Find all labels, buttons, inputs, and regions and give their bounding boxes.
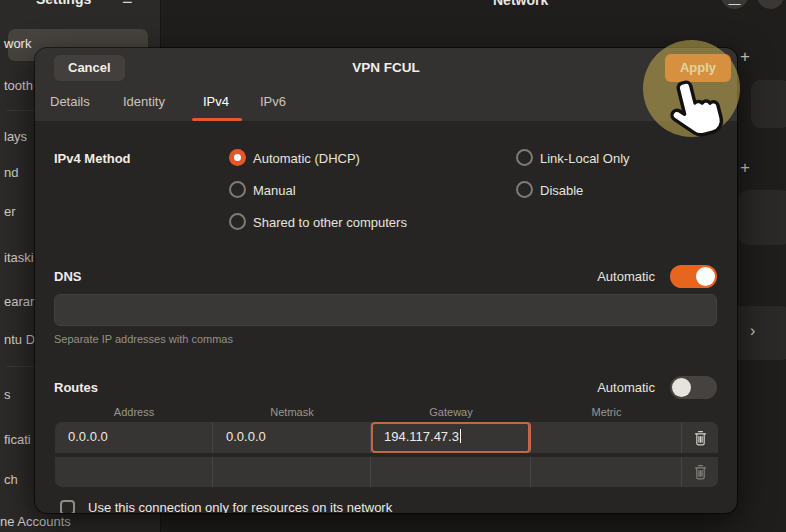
window-menu-button[interactable] — [757, 0, 784, 9]
chevron-right-icon: › — [750, 322, 755, 340]
sidebar-item-bluetooth[interactable]: tooth — [4, 78, 33, 93]
column-header-metric: Metric — [531, 406, 682, 418]
route-gateway-input[interactable] — [371, 457, 531, 487]
column-header-netmask: Netmask — [213, 406, 371, 418]
route-netmask-input[interactable]: 0.0.0.0 — [213, 422, 371, 453]
tab-identity[interactable]: Identity — [123, 94, 165, 109]
settings-window-title: Settings — [36, 0, 91, 7]
ipv4-method-label: IPv4 Method — [54, 151, 131, 166]
connection-row-card[interactable] — [739, 190, 786, 245]
route-row: 0.0.0.0 0.0.0.0 194.117.47.3 — [55, 422, 718, 453]
trash-icon — [693, 430, 708, 446]
checkbox-unchecked[interactable] — [60, 500, 75, 513]
radio-automatic-dhcp-label[interactable]: Automatic (DHCP) — [253, 151, 360, 166]
delete-route-button[interactable] — [682, 457, 718, 487]
sidebar-item-notifications[interactable]: ficati — [4, 432, 31, 447]
radio-manual-label[interactable]: Manual — [253, 183, 296, 198]
dialog-header: Cancel VPN FCUL Apply Details Identity I… — [35, 48, 737, 121]
column-header-address: Address — [55, 406, 213, 418]
tab-ipv4[interactable]: IPv4 — [203, 94, 229, 109]
sidebar-item-search[interactable]: ch — [4, 472, 18, 487]
radio-shared[interactable] — [229, 213, 246, 230]
vpn-editor-dialog: Cancel VPN FCUL Apply Details Identity I… — [35, 48, 737, 513]
sidebar-item-apps[interactable]: s — [4, 387, 11, 402]
hamburger-icon[interactable]: ≡ — [122, 0, 133, 10]
dialog-title: VPN FCUL — [35, 60, 737, 75]
text-caret — [460, 429, 461, 443]
restrict-connection-checkbox-row[interactable]: Use this connection only for resources o… — [60, 500, 392, 513]
dns-label: DNS — [54, 269, 81, 284]
route-metric-input[interactable] — [531, 422, 682, 453]
sidebar-item-network[interactable]: work — [4, 36, 31, 51]
dns-hint: Separate IP addresses with commas — [54, 333, 233, 345]
radio-shared-label[interactable]: Shared to other computers — [253, 215, 407, 230]
dns-automatic-toggle[interactable] — [670, 265, 717, 288]
add-vpn-plus-icon[interactable]: + — [740, 47, 750, 67]
vpn-row-card[interactable] — [751, 80, 786, 128]
sidebar-item-power[interactable]: er — [4, 204, 16, 219]
radio-automatic-dhcp[interactable] — [229, 149, 246, 166]
screen: Settings ≡ work tooth lays nd er itaski … — [0, 0, 786, 532]
delete-route-button[interactable] — [682, 422, 718, 453]
sidebar-item-multitasking[interactable]: itaski — [4, 250, 34, 265]
routes-automatic-toggle[interactable] — [670, 376, 717, 399]
route-metric-input[interactable] — [531, 457, 682, 487]
trash-icon — [693, 464, 708, 480]
column-header-gateway: Gateway — [371, 406, 531, 418]
tab-ipv6[interactable]: IPv6 — [260, 94, 286, 109]
network-page-title: Network — [493, 0, 548, 8]
minimize-button[interactable]: — — [721, 0, 748, 9]
radio-manual[interactable] — [229, 181, 246, 198]
route-address-input[interactable]: 0.0.0.0 — [55, 422, 213, 453]
routes-column-headers: Address Netmask Gateway Metric — [55, 406, 718, 418]
sidebar-item-sound[interactable]: nd — [4, 165, 18, 180]
toggle-knob — [696, 267, 715, 286]
dns-automatic-label: Automatic — [597, 269, 655, 284]
routes-automatic-label: Automatic — [597, 380, 655, 395]
radio-disable[interactable] — [516, 181, 533, 198]
route-netmask-input[interactable] — [213, 457, 371, 487]
route-row — [55, 457, 718, 487]
minimize-icon: — — [729, 0, 741, 11]
sidebar-item-appearance[interactable]: earan — [4, 294, 37, 309]
sidebar-item-displays[interactable]: lays — [4, 129, 27, 144]
toggle-knob — [672, 378, 691, 397]
route-address-input[interactable] — [55, 457, 213, 487]
sidebar-item-online-accounts[interactable]: ne Accounts — [0, 514, 71, 529]
routes-label: Routes — [54, 380, 98, 395]
dns-input[interactable] — [54, 294, 717, 326]
add-connection-plus-icon[interactable]: + — [740, 158, 750, 178]
radio-link-local-label[interactable]: Link-Local Only — [540, 151, 630, 166]
tab-details[interactable]: Details — [50, 94, 90, 109]
route-gateway-input[interactable]: 194.117.47.3 — [371, 422, 531, 453]
radio-link-local[interactable] — [516, 149, 533, 166]
active-tab-underline — [192, 118, 242, 121]
radio-disable-label[interactable]: Disable — [540, 183, 583, 198]
restrict-connection-label: Use this connection only for resources o… — [88, 500, 392, 513]
